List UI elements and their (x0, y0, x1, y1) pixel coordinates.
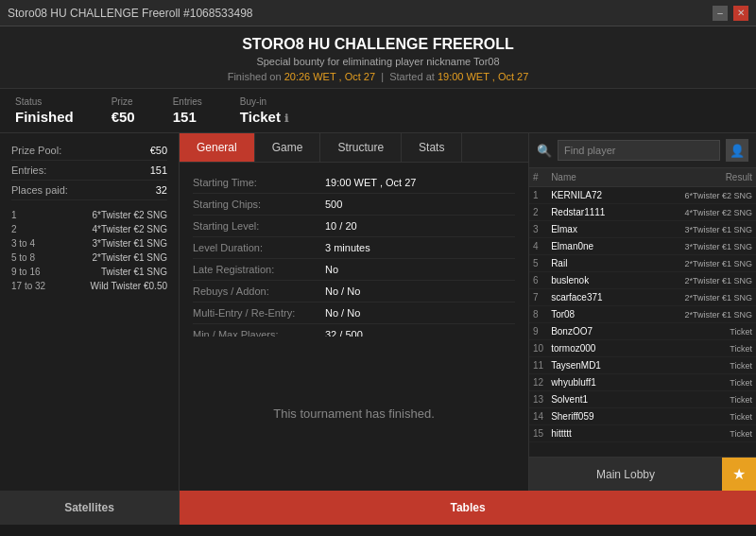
general-value: No / No (325, 285, 360, 297)
table-row[interactable]: 14 Sheriff059 Ticket (529, 408, 756, 425)
add-player-button[interactable]: 👤 (726, 139, 748, 162)
info-icon[interactable]: ℹ (284, 112, 288, 124)
player-name: TaysenMD1 (547, 357, 642, 374)
entries-row-value: 151 (150, 164, 167, 176)
main-lobby-button[interactable]: Main Lobby (529, 458, 722, 491)
search-input[interactable] (558, 140, 720, 161)
table-row[interactable]: 1 KERNILA72 6*Twister €2 SNG (529, 187, 756, 204)
tabs-bar: General Game Structure Stats (180, 133, 528, 163)
general-label: Multi-Entry / Re-Entry: (193, 307, 325, 319)
close-button[interactable]: ✕ (733, 6, 748, 21)
player-name: Redstar1111 (547, 204, 642, 221)
table-row[interactable]: 11 TaysenMD1 Ticket (529, 357, 756, 374)
table-row[interactable]: 15 hittttt Ticket (529, 425, 756, 442)
table-row[interactable]: 2 Redstar1111 4*Twister €2 SNG (529, 204, 756, 221)
player-num: 12 (529, 374, 547, 391)
general-info-row: Min / Max Players:32 / 500 (193, 324, 515, 337)
prize-list-item: 16*Twister €2 SNG (11, 208, 167, 222)
player-name: BonzOO7 (547, 323, 642, 340)
player-table: # Name Result 1 KERNILA72 6*Twister €2 S… (529, 168, 756, 457)
tables-wrapper: Tables (180, 491, 756, 525)
player-result: 3*Twister €1 SNG (642, 221, 756, 238)
tables-button[interactable]: Tables (180, 491, 756, 525)
prize-list-item: 24*Twister €2 SNG (11, 222, 167, 236)
player-name: Solvent1 (547, 391, 642, 408)
prize-place: 17 to 32 (11, 281, 59, 291)
tournament-times: Finished on 20:26 WET , Oct 27 | Started… (0, 71, 756, 82)
tab-general[interactable]: General (180, 133, 255, 162)
star-button[interactable]: ★ (722, 458, 756, 491)
table-row[interactable]: 5 Rail 2*Twister €1 SNG (529, 255, 756, 272)
title-bar-controls: – ✕ (713, 6, 748, 21)
general-value: 32 / 500 (325, 329, 363, 337)
player-num: 11 (529, 357, 547, 374)
player-name: KERNILA72 (547, 187, 642, 204)
player-num: 2 (529, 204, 547, 221)
tab-structure[interactable]: Structure (320, 133, 402, 162)
prize-place: 1 (11, 210, 59, 220)
player-result: Ticket (642, 425, 756, 442)
satellites-wrapper: Satellites (0, 491, 180, 525)
prize-pool-label: Prize Pool: (11, 145, 61, 156)
col-header-name: Name (547, 168, 642, 187)
right-panel: 🔍 👤 # Name Result 1 KERNILA72 6*Twister … (529, 133, 756, 491)
tab-game[interactable]: Game (255, 133, 321, 162)
general-info-row: Late Registration:No (193, 259, 515, 281)
table-row[interactable]: 7 scarface371 2*Twister €1 SNG (529, 289, 756, 306)
places-paid-label: Places paid: (11, 184, 68, 196)
player-result: Ticket (642, 357, 756, 374)
player-num: 5 (529, 255, 547, 272)
player-num: 6 (529, 272, 547, 289)
prize-val: 6*Twister €2 SNG (93, 210, 167, 220)
player-result: Ticket (642, 408, 756, 425)
player-num: 1 (529, 187, 547, 204)
search-icon: 🔍 (537, 144, 552, 158)
table-row[interactable]: 12 whyubluff1 Ticket (529, 374, 756, 391)
general-info-row: Starting Time:19:00 WET , Oct 27 (193, 172, 515, 194)
prize-value: €50 (112, 109, 135, 125)
title-bar-text: Storo08 HU CHALLENGE Freeroll #106853349… (8, 7, 252, 20)
general-info-row: Starting Chips:500 (193, 194, 515, 216)
general-label: Rebuys / Addon: (193, 285, 325, 297)
player-num: 14 (529, 408, 547, 425)
prize-places-list: 16*Twister €2 SNG24*Twister €2 SNG3 to 4… (11, 208, 167, 293)
player-num: 13 (529, 391, 547, 408)
col-header-num: # (529, 168, 547, 187)
prize-val: Wild Twister €0.50 (90, 281, 167, 291)
prize-place: 2 (11, 224, 59, 234)
satellites-button[interactable]: Satellites (0, 491, 179, 525)
tournament-title: STORO8 HU CHALLENGE FREEROLL (0, 36, 756, 53)
bottom-buttons: Satellites Tables (0, 491, 756, 525)
player-num: 9 (529, 323, 547, 340)
prize-pool-value: €50 (150, 145, 167, 156)
table-row[interactable]: 13 Solvent1 Ticket (529, 391, 756, 408)
table-row[interactable]: 3 Elmax 3*Twister €1 SNG (529, 221, 756, 238)
prize-list-item: 5 to 82*Twister €1 SNG (11, 251, 167, 265)
tournament-subtitle: Special bounty for eliminating player ni… (0, 56, 756, 67)
header: STORO8 HU CHALLENGE FREEROLL Special bou… (0, 26, 756, 89)
table-row[interactable]: 8 Tor08 2*Twister €1 SNG (529, 306, 756, 323)
status-stat: Status Finished (15, 96, 74, 125)
tab-stats[interactable]: Stats (402, 133, 462, 162)
prize-place: 9 to 16 (11, 267, 59, 277)
player-result: Ticket (642, 340, 756, 357)
entries-label: Entries (173, 96, 202, 107)
prize-place: 3 to 4 (11, 238, 59, 249)
player-name: whyubluff1 (547, 374, 642, 391)
places-paid-value: 32 (156, 184, 167, 196)
col-header-result: Result (642, 168, 756, 187)
table-row[interactable]: 10 tormoz000 Ticket (529, 340, 756, 357)
table-row[interactable]: 9 BonzOO7 Ticket (529, 323, 756, 340)
minimize-button[interactable]: – (713, 6, 728, 21)
general-label: Min / Max Players: (193, 329, 325, 337)
player-name: tormoz000 (547, 340, 642, 357)
prize-list-item: 9 to 16Twister €1 SNG (11, 265, 167, 279)
general-value: 10 / 20 (325, 220, 357, 232)
player-name: buslenok (547, 272, 642, 289)
player-name: Sheriff059 (547, 408, 642, 425)
player-result: Ticket (642, 323, 756, 340)
title-bar: Storo08 HU CHALLENGE Freeroll #106853349… (0, 0, 756, 26)
table-row[interactable]: 6 buslenok 2*Twister €1 SNG (529, 272, 756, 289)
buyin-value: Ticket ℹ (240, 109, 288, 125)
table-row[interactable]: 4 Elman0ne 3*Twister €1 SNG (529, 238, 756, 255)
